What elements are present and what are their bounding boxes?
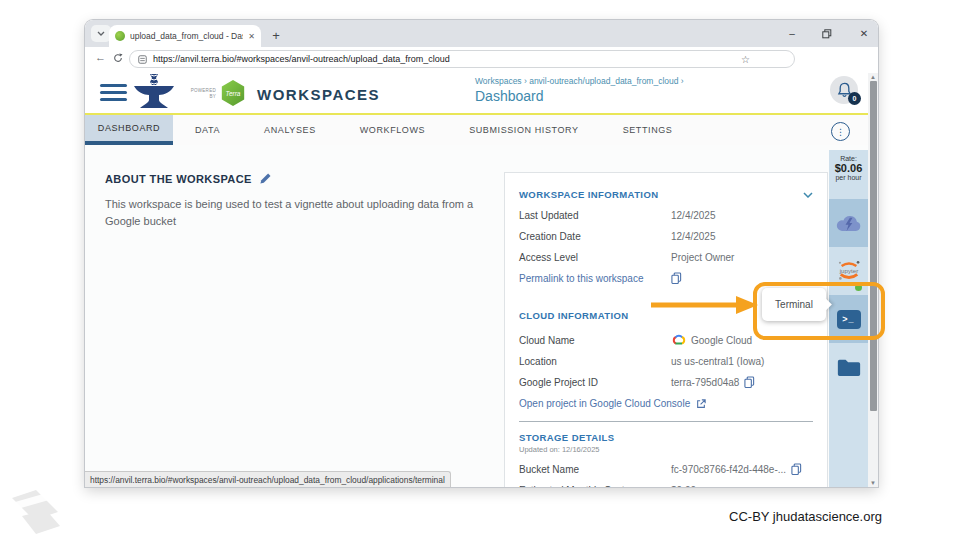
rate-display: Rate: $0.06 per hour [829, 150, 868, 199]
jupyter-label: jupyter [838, 267, 857, 274]
tab-dashboard[interactable]: DASHBOARD [85, 115, 173, 145]
cloud-information-title: CLOUD INFORMATION [519, 310, 629, 321]
info-row-clipped: Estimated Monthly Cost $0.00 [519, 484, 813, 487]
environment-sidebar: Rate: $0.06 per hour [829, 150, 868, 487]
back-icon[interactable]: ← [95, 51, 106, 63]
workspace-information-title: WORKSPACE INFORMATION [519, 189, 658, 200]
chevron-down-icon [97, 31, 105, 36]
browser-navbar: ← https://anvil.terra.bio/#workspaces/an… [85, 47, 878, 73]
restore-button[interactable] [822, 29, 834, 39]
scroll-up-icon[interactable]: ▲ [868, 74, 878, 80]
cloud-compute-icon [835, 213, 863, 233]
notification-count-badge: 0 [848, 92, 861, 105]
jupyter-icon: jupyter [835, 258, 863, 284]
cloud-environment-button[interactable] [829, 199, 868, 247]
new-tab-button[interactable]: + [267, 26, 285, 44]
tab-search-button[interactable] [91, 25, 111, 42]
app-title: WORKSPACES [257, 86, 380, 103]
about-title: ABOUT THE WORKSPACE [105, 173, 252, 185]
permalink-row: Permalink to this workspace [519, 272, 813, 284]
browser-tab[interactable]: upload_data_from_cloud - Dashbo ✕ [109, 25, 261, 47]
close-tab-icon[interactable]: ✕ [248, 32, 255, 41]
folder-icon [837, 358, 861, 377]
about-body: This workspace is being used to test a v… [105, 196, 487, 230]
restore-icon [822, 29, 832, 39]
tooltip-text: Terminal [775, 299, 813, 310]
workspace-info-card: WORKSPACE INFORMATION Last Updated 12/4/… [504, 172, 828, 487]
powered-by-label: POWERED BY [184, 88, 216, 101]
anvil-logo-icon[interactable] [133, 73, 175, 113]
workspace-menu-button[interactable]: ⋮ [831, 122, 850, 141]
annotation-arrow [648, 293, 760, 317]
minimize-button[interactable]: – [786, 28, 798, 39]
breadcrumb[interactable]: Workspaces › anvil-outreach/upload_data_… [475, 76, 684, 86]
tab-analyses[interactable]: ANALYSES [242, 115, 338, 145]
permalink-link[interactable]: Permalink to this workspace [519, 273, 671, 284]
open-cloud-console-link[interactable]: Open project in Google Cloud Console [519, 398, 813, 409]
url-text[interactable]: https://anvil.terra.bio/#workspaces/anvi… [153, 54, 735, 64]
info-row: Bucket Name fc-970c8766-f42d-448e-... [519, 463, 813, 475]
terra-favicon-icon [115, 31, 125, 41]
anvil-watermark-icon [6, 486, 66, 538]
browser-tab-title: upload_data_from_cloud - Dashbo [130, 31, 243, 41]
copy-clipboard-icon[interactable] [791, 463, 802, 475]
collapse-chevron-icon[interactable] [803, 192, 813, 198]
hamburger-menu-icon[interactable] [100, 84, 127, 101]
info-row: Creation Date 12/4/2025 [519, 230, 813, 242]
workspace-tabs: DASHBOARD DATA ANALYSES WORKFLOWS SUBMIS… [85, 115, 878, 145]
jupyter-button[interactable]: jupyter [829, 247, 868, 295]
edit-pencil-icon[interactable] [259, 172, 272, 185]
terminal-button[interactable]: >_ [829, 295, 868, 343]
browser-window: upload_data_from_cloud - Dashbo ✕ + – ✕ … [85, 20, 878, 487]
status-url: https://anvil.terra.bio/#workspaces/anvi… [90, 475, 445, 485]
terminal-icon: >_ [837, 310, 861, 329]
kebab-icon: ⋮ [836, 127, 845, 137]
google-cloud-icon [671, 334, 686, 346]
scroll-down-icon[interactable]: ▼ [868, 480, 878, 486]
tab-settings[interactable]: SETTINGS [601, 115, 695, 145]
page-title: Dashboard [475, 88, 544, 104]
card-divider [519, 421, 813, 422]
copy-clipboard-icon[interactable] [671, 272, 682, 284]
terra-logo-text: Terra [226, 90, 241, 97]
address-bar[interactable]: https://anvil.terra.bio/#workspaces/anvi… [129, 50, 795, 68]
runtime-status-dot [855, 284, 862, 291]
terminal-tooltip: Terminal [762, 288, 826, 321]
info-row: Cloud Name Google Cloud [519, 334, 813, 346]
info-row: Location us us-central1 (Iowa) [519, 355, 813, 367]
browser-titlebar: upload_data_from_cloud - Dashbo ✕ + – ✕ [85, 20, 878, 47]
info-row: Last Updated 12/4/2025 [519, 209, 813, 221]
file-browser-button[interactable] [829, 343, 868, 391]
tab-workflows[interactable]: WORKFLOWS [338, 115, 447, 145]
info-row: Google Project ID terra-795d04a8 [519, 376, 813, 388]
external-link-icon [696, 399, 706, 409]
attribution-text: CC-BY jhudatascience.org [729, 509, 882, 524]
page-scrollbar[interactable]: ▲ ▼ [868, 73, 878, 487]
bookmark-star-icon[interactable]: ☆ [741, 54, 750, 65]
close-window-button[interactable]: ✕ [858, 28, 870, 39]
reload-icon[interactable] [113, 53, 123, 63]
storage-details-title: STORAGE DETAILS [519, 432, 813, 443]
info-row: Access Level Project Owner [519, 251, 813, 263]
tab-submission-history[interactable]: SUBMISSION HISTORY [447, 115, 601, 145]
tab-data[interactable]: DATA [173, 115, 242, 145]
scrollbar-thumb[interactable] [870, 81, 877, 411]
copy-clipboard-icon[interactable] [744, 376, 755, 388]
status-bar: https://anvil.terra.bio/#workspaces/anvi… [85, 471, 451, 487]
site-info-icon[interactable] [138, 55, 147, 64]
storage-updated-on: Updated on: 12/16/2025 [519, 445, 813, 454]
